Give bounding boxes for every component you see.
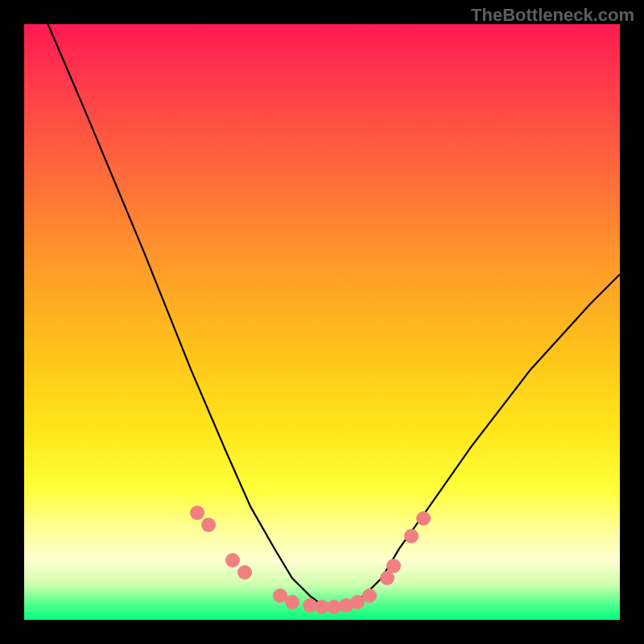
highlight-marker <box>416 511 431 526</box>
plot-area <box>24 24 620 620</box>
highlight-marker <box>190 506 204 520</box>
highlight-marker <box>237 565 252 580</box>
highlight-marker <box>362 588 377 603</box>
watermark-text: TheBottleneck.com <box>471 5 634 26</box>
highlight-marker <box>201 518 216 532</box>
bottleneck-curve <box>24 24 620 620</box>
highlight-marker <box>225 553 240 568</box>
highlight-marker <box>285 595 299 609</box>
highlight-marker <box>386 559 401 573</box>
highlight-marker <box>404 529 419 543</box>
